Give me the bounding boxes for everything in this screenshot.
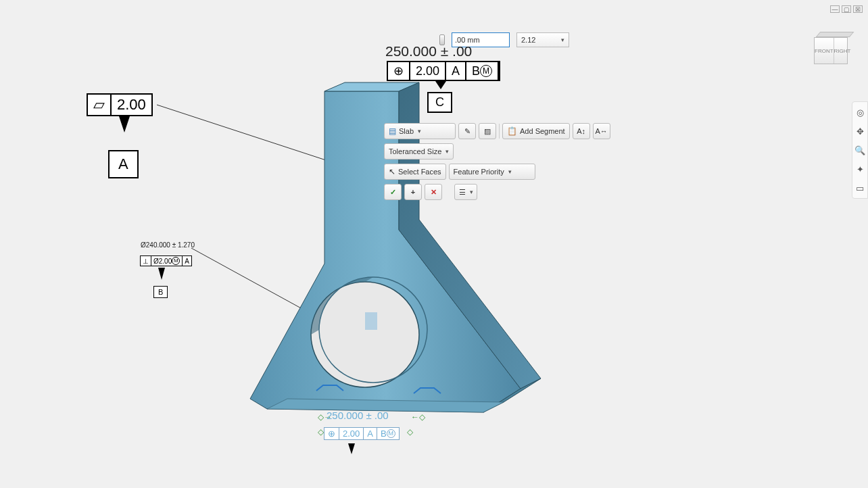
select-faces-button[interactable]: ↖Select Faces	[384, 164, 446, 180]
version-select[interactable]: 2.12▾	[516, 32, 569, 47]
dim-arrow-right-icon[interactable]: ←◇	[411, 412, 425, 422]
datum-b-leader	[158, 268, 165, 280]
edit-position-datum-a: A	[364, 428, 377, 439]
position-datum-b: BM	[466, 62, 499, 80]
position-symbol-icon: ⊕	[388, 62, 410, 80]
accept-button[interactable]: ✓	[384, 184, 402, 200]
edit-position-datum-b: BM	[377, 428, 399, 439]
fcf-arrow-right-icon[interactable]: ◇	[407, 427, 413, 437]
display-icon[interactable]: ▭	[854, 182, 866, 194]
viewcube[interactable]: FRONT RIGHT	[814, 37, 856, 70]
datum-a-leader	[119, 116, 130, 132]
slab-dimension-label: 250.000 ± .00	[385, 43, 472, 59]
edit-position-symbol-icon: ⊕	[324, 428, 339, 439]
svg-point-2	[311, 282, 419, 387]
svg-line-0	[157, 105, 357, 170]
editing-dimension[interactable]: 250.000 ± .00	[327, 410, 389, 421]
datum-c-leader	[348, 443, 355, 454]
position-fcf[interactable]: ⊕ 2.00 A BM	[387, 61, 500, 81]
edit-tolerance-button[interactable]: ✎	[458, 123, 476, 139]
fcf-arrow-left-icon[interactable]: ◇	[318, 427, 324, 437]
flatness-tolerance-value: 2.00	[112, 95, 151, 115]
cursor-icon: ↖	[389, 167, 395, 176]
maximize-icon[interactable]: ▢	[842, 5, 851, 13]
slab-icon: ▤	[389, 126, 396, 136]
position-tolerance-value: 2.00	[410, 62, 446, 80]
edit-position-tolerance: 2.00	[339, 428, 364, 439]
tolerance-editor-panel: ▤Slab ✎ ▨ 📋Add Segment A↕ A↔ Toleranced …	[384, 123, 610, 204]
text-style-button[interactable]: A↔	[593, 123, 610, 139]
minimize-icon[interactable]: —	[830, 5, 840, 13]
feature-priority-select[interactable]: Feature Priority	[449, 164, 535, 180]
svg-point-3	[319, 277, 427, 383]
toleranced-size-select[interactable]: Toleranced Size	[384, 143, 454, 160]
close-icon[interactable]: ☒	[853, 5, 863, 13]
editing-position-fcf[interactable]: ⊕ 2.00 A BM	[324, 427, 400, 440]
feature-type-select[interactable]: ▤Slab	[384, 123, 456, 139]
face-filter-button[interactable]: ▨	[479, 123, 496, 139]
cancel-button[interactable]: ✕	[425, 184, 442, 200]
datum-a-label[interactable]: A	[108, 150, 139, 178]
viewcube-front-face[interactable]: FRONT	[815, 38, 834, 64]
add-segment-label: Add Segment	[520, 127, 565, 135]
datum-b-label[interactable]: B	[153, 286, 168, 298]
feature-type-label: Slab	[399, 127, 414, 135]
add-segment-button[interactable]: 📋Add Segment	[502, 123, 570, 139]
view-toolbar: ◎ ✥ 🔍 ✦ ▭	[852, 101, 868, 199]
svg-line-1	[191, 248, 324, 321]
window-controls: — ▢ ☒	[830, 5, 863, 13]
add-segment-icon: 📋	[507, 126, 517, 136]
perp-datum-a: A	[183, 256, 191, 266]
toleranced-size-label: Toleranced Size	[389, 147, 441, 155]
datum-leader-triangle	[435, 81, 446, 89]
orbit-icon[interactable]: ◎	[854, 106, 866, 118]
perp-tolerance-value: Ø2.00M	[151, 256, 183, 266]
modifier-m-icon: M	[480, 65, 492, 77]
viewcube-top-face[interactable]	[816, 32, 854, 37]
datum-c-label[interactable]: C	[427, 92, 452, 113]
svg-rect-4	[365, 312, 377, 330]
feature-priority-label: Feature Priority	[454, 168, 504, 176]
fit-icon[interactable]: ✦	[854, 163, 866, 175]
flatness-symbol-icon: ▱	[88, 95, 112, 115]
version-label: 2.12	[521, 36, 535, 44]
zoom-icon[interactable]: 🔍	[854, 144, 866, 156]
viewcube-right-face[interactable]: RIGHT	[834, 38, 851, 64]
select-faces-label: Select Faces	[398, 168, 441, 176]
text-height-button[interactable]: A↕	[573, 123, 590, 139]
add-button[interactable]: +	[404, 184, 422, 200]
options-button[interactable]: ☰	[454, 184, 477, 200]
modifier-m-icon: M	[172, 257, 180, 265]
position-datum-a: A	[446, 62, 466, 80]
flatness-fcf[interactable]: ▱ 2.00	[87, 93, 153, 116]
perpendicularity-fcf[interactable]: ⊥ Ø2.00M A	[140, 255, 192, 266]
diameter-dimension: Ø240.000 ± 1.270	[141, 241, 195, 249]
pan-icon[interactable]: ✥	[854, 125, 866, 137]
modifier-m-icon: M	[387, 429, 395, 438]
perp-symbol-icon: ⊥	[141, 256, 151, 266]
